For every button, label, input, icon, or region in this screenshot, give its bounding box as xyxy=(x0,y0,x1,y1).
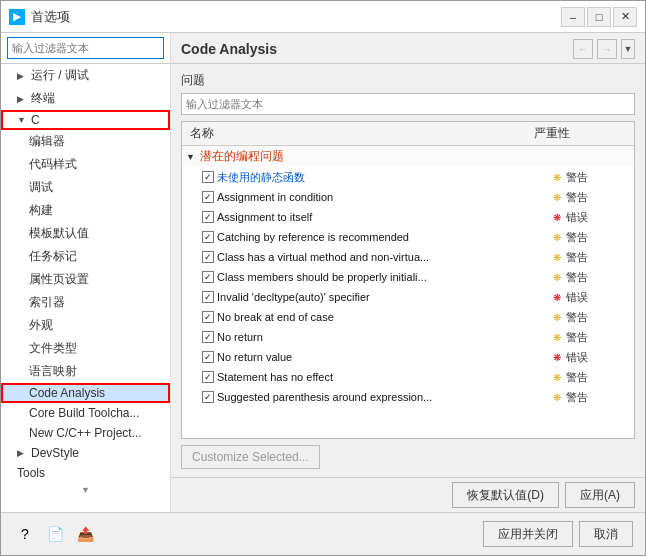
row-checkbox[interactable]: ✓ xyxy=(202,211,214,223)
sidebar-item-devstyle[interactable]: ▶ DevStyle xyxy=(1,443,170,463)
sidebar-item-label: 语言映射 xyxy=(29,363,77,380)
table-row[interactable]: ✓ No return ❋ 警告 xyxy=(182,327,634,347)
row-label: 未使用的静态函数 xyxy=(217,170,550,185)
sidebar-item-new-cpp[interactable]: New C/C++ Project... xyxy=(1,423,170,443)
warning-icon: ❋ xyxy=(550,330,564,344)
minimize-button[interactable]: – xyxy=(561,7,585,27)
table-row[interactable]: ✓ No return value ❋ 错误 xyxy=(182,347,634,367)
apply-button[interactable]: 应用(A) xyxy=(565,482,635,508)
row-checkbox[interactable]: ✓ xyxy=(202,251,214,263)
row-label: No break at end of case xyxy=(217,311,550,323)
sidebar-item-language[interactable]: 语言映射 xyxy=(1,360,170,383)
export-button[interactable]: 📄 xyxy=(43,522,67,546)
sidebar-item-terminal[interactable]: ▶ 终端 xyxy=(1,87,170,110)
warning-icon: ❋ xyxy=(550,170,564,184)
severity-label: 警告 xyxy=(566,310,588,325)
row-checkbox[interactable]: ✓ xyxy=(202,231,214,243)
help-button[interactable]: ? xyxy=(13,522,37,546)
sidebar-item-core-build[interactable]: Core Build Toolcha... xyxy=(1,403,170,423)
table-row[interactable]: ✓ Catching by reference is recommended ❋… xyxy=(182,227,634,247)
col-severity: 严重性 xyxy=(534,125,614,142)
sidebar-item-label: 调试 xyxy=(29,179,53,196)
group-label: 潜在的编程问题 xyxy=(200,148,630,165)
sidebar-item-template-defaults[interactable]: 模板默认值 xyxy=(1,222,170,245)
right-filter-input[interactable] xyxy=(181,93,635,115)
sidebar-item-code-analysis[interactable]: Code Analysis xyxy=(1,383,170,403)
row-label: Class has a virtual method and non-virtu… xyxy=(217,251,550,263)
nav-back-button[interactable]: ← xyxy=(573,39,593,59)
row-checkbox[interactable]: ✓ xyxy=(202,291,214,303)
sidebar-item-tools[interactable]: Tools xyxy=(1,463,170,483)
restore-defaults-button[interactable]: 恢复默认值(D) xyxy=(452,482,559,508)
severity-label: 警告 xyxy=(566,250,588,265)
row-checkbox[interactable]: ✓ xyxy=(202,351,214,363)
row-label: Catching by reference is recommended xyxy=(217,231,550,243)
row-checkbox[interactable]: ✓ xyxy=(202,271,214,283)
severity-label: 警告 xyxy=(566,270,588,285)
row-checkbox[interactable]: ✓ xyxy=(202,391,214,403)
row-label: Class members should be properly initial… xyxy=(217,271,550,283)
close-button[interactable]: ✕ xyxy=(613,7,637,27)
severity-label: 警告 xyxy=(566,330,588,345)
col-scroll-space xyxy=(614,125,630,142)
table-row[interactable]: ✓ 未使用的静态函数 ❋ 警告 xyxy=(182,167,634,187)
row-checkbox[interactable]: ✓ xyxy=(202,371,214,383)
sidebar-item-build[interactable]: 构建 xyxy=(1,199,170,222)
table-row[interactable]: ✓ Invalid 'decltype(auto)' specifier ❋ 错… xyxy=(182,287,634,307)
expand-icon: ▶ xyxy=(17,94,27,104)
table-row[interactable]: ✓ Assignment in condition ❋ 警告 xyxy=(182,187,634,207)
sidebar-item-task-mark[interactable]: 任务标记 xyxy=(1,245,170,268)
sidebar-item-label: 任务标记 xyxy=(29,248,77,265)
severity-label: 错误 xyxy=(566,210,588,225)
table-row[interactable]: ✓ Statement has no effect ❋ 警告 xyxy=(182,367,634,387)
row-checkbox[interactable]: ✓ xyxy=(202,311,214,323)
right-header: Code Analysis ← → ▼ xyxy=(171,33,645,64)
sidebar-item-debug[interactable]: 调试 xyxy=(1,176,170,199)
severity-label: 警告 xyxy=(566,170,588,185)
table-row[interactable]: ✓ No break at end of case ❋ 警告 xyxy=(182,307,634,327)
group-expand-icon: ▼ xyxy=(186,152,196,162)
row-label: No return xyxy=(217,331,550,343)
severity-cell: ❋ 警告 xyxy=(550,190,630,205)
table-row[interactable]: ✓ Class has a virtual method and non-vir… xyxy=(182,247,634,267)
sidebar-item-label: 终端 xyxy=(31,90,55,107)
warning-icon: ❋ xyxy=(550,250,564,264)
table-row[interactable]: ✓ Class members should be properly initi… xyxy=(182,267,634,287)
apply-close-button[interactable]: 应用并关闭 xyxy=(483,521,573,547)
sidebar-item-label: 索引器 xyxy=(29,294,65,311)
maximize-button[interactable]: □ xyxy=(587,7,611,27)
sidebar-item-code-patterns[interactable]: 代码样式 xyxy=(1,153,170,176)
row-checkbox[interactable]: ✓ xyxy=(202,191,214,203)
row-label: Suggested parenthesis around expression.… xyxy=(217,391,550,403)
cancel-button[interactable]: 取消 xyxy=(579,521,633,547)
right-panel: Code Analysis ← → ▼ 问题 名称 严重性 xyxy=(171,33,645,512)
import-button[interactable]: 📤 xyxy=(73,522,97,546)
sidebar-item-label: 代码样式 xyxy=(29,156,77,173)
issues-table: 名称 严重性 ▼ 潜在的编程问题 ✓ 未使用的静态函数 xyxy=(181,121,635,439)
nav-forward-button[interactable]: → xyxy=(597,39,617,59)
sidebar-item-run-debug[interactable]: ▶ 运行 / 调试 xyxy=(1,64,170,87)
row-label: Statement has no effect xyxy=(217,371,550,383)
expand-icon: ▶ xyxy=(17,71,27,81)
title-controls: – □ ✕ xyxy=(561,7,637,27)
customize-selected-button[interactable]: Customize Selected... xyxy=(181,445,320,469)
sidebar-item-editor[interactable]: 编辑器 xyxy=(1,130,170,153)
table-row[interactable]: ✓ Assignment to itself ❋ 错误 xyxy=(182,207,634,227)
dialog-footer: ? 📄 📤 应用并关闭 取消 xyxy=(1,512,645,555)
table-row[interactable]: ✓ Suggested parenthesis around expressio… xyxy=(182,387,634,407)
sidebar-item-indexer[interactable]: 索引器 xyxy=(1,291,170,314)
import-icon: 📤 xyxy=(77,526,94,542)
row-checkbox[interactable]: ✓ xyxy=(202,171,214,183)
severity-cell: ❋ 警告 xyxy=(550,310,630,325)
sidebar-item-appearance[interactable]: 外观 xyxy=(1,314,170,337)
sidebar-item-label: 构建 xyxy=(29,202,53,219)
sidebar-item-property-pages[interactable]: 属性页设置 xyxy=(1,268,170,291)
sidebar-item-file-types[interactable]: 文件类型 xyxy=(1,337,170,360)
nav-dropdown-button[interactable]: ▼ xyxy=(621,39,635,59)
row-checkbox[interactable]: ✓ xyxy=(202,331,214,343)
sidebar-item-c[interactable]: ▼ C xyxy=(1,110,170,130)
table-row[interactable]: ▼ 潜在的编程问题 xyxy=(182,146,634,167)
sidebar-filter-input[interactable] xyxy=(7,37,164,59)
warning-icon: ❋ xyxy=(550,390,564,404)
expand-icon: ▼ xyxy=(17,115,27,125)
